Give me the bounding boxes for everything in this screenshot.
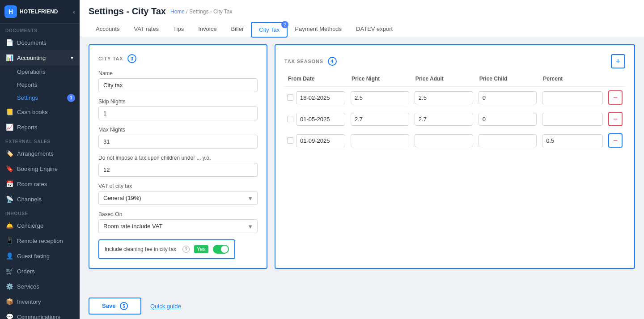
panels-row: CITY TAX 3 Name Skip Nights Max Nights D… <box>89 44 635 269</box>
price-child-input[interactable] <box>479 134 537 147</box>
settings-badge: 1 <box>67 94 75 102</box>
sidebar-item-communications[interactable]: 💬 Communications <box>0 309 80 319</box>
vat-select[interactable]: General (19%) Reduced (7%) Zero (0%) <box>98 191 258 205</box>
section-label-external: EXTERNAL SALES <box>0 135 80 146</box>
cell-price-child <box>476 108 540 130</box>
price-child-input[interactable] <box>479 113 537 126</box>
table-row: − <box>284 130 625 151</box>
tab-vat-rates[interactable]: VAT rates <box>127 22 166 37</box>
cleaning-fee-label: Include cleaning fee in city tax <box>105 246 176 252</box>
cleaning-fee-toggle-switch[interactable] <box>213 245 229 254</box>
tab-datev-export[interactable]: DATEV export <box>349 22 400 37</box>
breadcrumb-home[interactable]: Home <box>170 9 185 15</box>
skip-nights-input[interactable] <box>98 106 258 120</box>
sidebar-item-accounting[interactable]: 📊 Accounting ▼ <box>0 50 80 65</box>
table-header-row: From Date Price Night Price Adult Price … <box>284 76 625 87</box>
title-row: Settings - City Tax Home / Settings - Ci… <box>89 6 635 17</box>
tab-payment-methods[interactable]: Payment Methods <box>288 22 349 37</box>
remove-row-button[interactable]: − <box>608 133 623 148</box>
tax-seasons-table: From Date Price Night Price Adult Price … <box>284 76 625 151</box>
tab-biller[interactable]: Biller <box>224 22 251 37</box>
cell-price-adult <box>412 108 476 130</box>
name-input[interactable] <box>98 78 258 92</box>
section-label-inhouse: INHOUSE <box>0 207 80 218</box>
cleaning-fee-help-icon[interactable]: ? <box>182 246 190 253</box>
cell-date <box>284 108 348 130</box>
sidebar-collapse-button[interactable]: ‹ <box>73 8 75 15</box>
sidebar-item-cashbooks[interactable]: 📒 Cash books <box>0 104 80 119</box>
based-on-select-wrapper: Room rate include VAT Room rate exclude … <box>98 219 258 233</box>
sidebar-item-remote-reception[interactable]: 📱 Remote reception <box>0 233 80 248</box>
sidebar-item-label: Accounting <box>17 55 46 61</box>
max-nights-input[interactable] <box>98 135 258 149</box>
tab-tips[interactable]: Tips <box>166 22 191 37</box>
sidebar-header: H HOTELFRIEND ‹ <box>0 0 80 24</box>
sidebar-item-orders[interactable]: 🛒 Orders <box>0 264 80 279</box>
services-label: Services <box>17 283 39 290</box>
quick-guide-link[interactable]: Quick guide <box>150 303 181 310</box>
date-checkbox[interactable] <box>287 116 293 122</box>
cell-date <box>284 87 348 109</box>
price-adult-input[interactable] <box>415 113 473 126</box>
tab-city-tax[interactable]: City Tax 2 <box>251 22 288 38</box>
date-input[interactable] <box>296 113 345 126</box>
channels-icon: 📡 <box>5 195 13 203</box>
sidebar-item-operations[interactable]: Operations <box>0 65 80 78</box>
price-child-input[interactable] <box>479 91 537 104</box>
concierge-icon: 🛎️ <box>5 221 13 230</box>
sidebar-item-guest-facing[interactable]: 👤 Guest facing <box>0 248 80 264</box>
cell-price-adult <box>412 130 476 151</box>
logo-icon: H <box>4 5 17 18</box>
date-checkbox[interactable] <box>287 137 293 144</box>
vat-label: VAT of city tax <box>98 183 258 189</box>
date-input[interactable] <box>296 91 345 104</box>
inventory-label: Inventory <box>17 298 41 305</box>
children-group: Do not impose a tax upon children under … <box>98 155 258 177</box>
reports-label: Reports <box>17 81 38 88</box>
price-adult-input[interactable] <box>415 134 473 147</box>
sidebar-item-booking-engine[interactable]: 🔖 Booking Engine <box>0 161 80 176</box>
percent-input[interactable] <box>542 113 603 126</box>
remove-row-button[interactable]: − <box>608 112 623 126</box>
sidebar-item-reports2[interactable]: 📈 Reports <box>0 119 80 135</box>
cell-price-night <box>348 130 412 151</box>
date-checkbox[interactable] <box>287 94 293 101</box>
children-input[interactable] <box>98 163 258 177</box>
room-rates-icon: 📅 <box>5 180 13 188</box>
services-icon: ⚙️ <box>5 282 13 290</box>
price-adult-input[interactable] <box>415 91 473 104</box>
cell-price-child <box>476 130 540 151</box>
tax-seasons-panel-num: 4 <box>328 57 337 66</box>
breadcrumb: Home / Settings - City Tax <box>170 9 233 15</box>
add-tax-season-button[interactable]: + <box>611 54 625 68</box>
remove-row-button[interactable]: − <box>608 90 623 105</box>
cell-action: − <box>606 108 625 130</box>
based-on-select[interactable]: Room rate include VAT Room rate exclude … <box>98 219 258 233</box>
price-night-input[interactable] <box>351 91 409 104</box>
sidebar-item-arrangements[interactable]: 🏷️ Arrangements <box>0 146 80 161</box>
remote-reception-icon: 📱 <box>5 237 13 245</box>
sidebar-item-settings[interactable]: Settings 1 <box>0 91 80 104</box>
guest-facing-icon: 👤 <box>5 252 13 260</box>
orders-icon: 🛒 <box>5 267 13 275</box>
sidebar-item-reports[interactable]: Reports <box>0 78 80 91</box>
percent-input[interactable] <box>542 91 603 104</box>
sidebar-item-services[interactable]: ⚙️ Services <box>0 279 80 294</box>
sidebar-item-channels[interactable]: 📡 Channels <box>0 191 80 207</box>
sidebar-item-room-rates[interactable]: 📅 Room rates <box>0 176 80 191</box>
sidebar-item-inventory[interactable]: 📦 Inventory <box>0 294 80 309</box>
col-actions <box>606 76 625 87</box>
cell-percent <box>539 108 606 130</box>
sidebar-item-documents[interactable]: 📄 Documents <box>0 35 80 50</box>
percent-input[interactable] <box>542 134 603 147</box>
sidebar-item-concierge[interactable]: 🛎️ Concierge <box>0 218 80 233</box>
save-button[interactable]: Save 5 <box>89 298 141 315</box>
sidebar: H HOTELFRIEND ‹ DOCUMENTS 📄 Documents 📊 … <box>0 0 80 319</box>
date-input[interactable] <box>296 134 345 147</box>
tab-accounts[interactable]: Accounts <box>89 22 127 37</box>
tab-invoice[interactable]: Invoice <box>191 22 224 37</box>
price-night-input[interactable] <box>351 113 409 126</box>
concierge-label: Concierge <box>17 222 43 229</box>
cashbooks-label: Cash books <box>17 109 48 115</box>
price-night-input[interactable] <box>351 134 409 147</box>
